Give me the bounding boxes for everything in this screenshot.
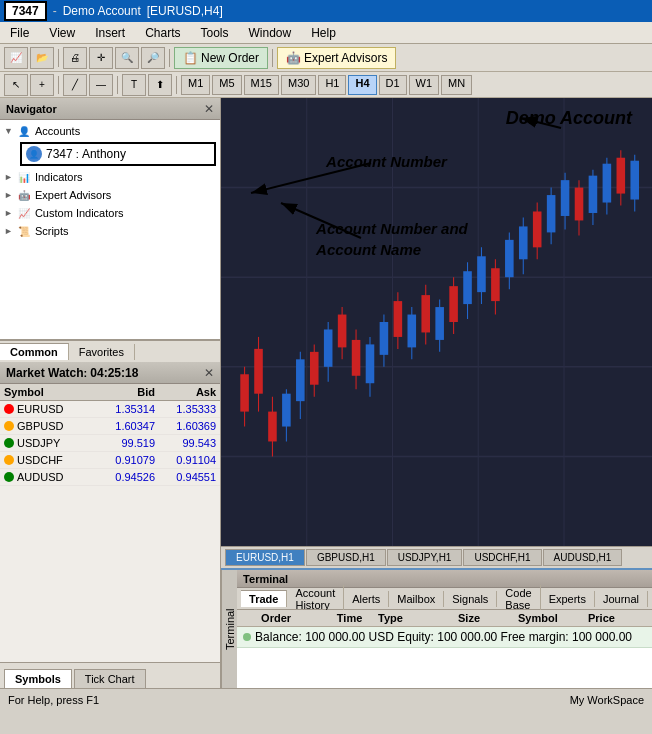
- navigator-title: Navigator: [6, 103, 57, 115]
- line-tool[interactable]: ╱: [63, 74, 87, 96]
- menu-help[interactable]: Help: [301, 24, 346, 42]
- navigator-close[interactable]: ✕: [204, 102, 214, 116]
- svg-rect-18: [296, 359, 305, 401]
- svg-rect-50: [519, 226, 528, 259]
- market-watch-header: Market Watch: 04:25:18 ✕: [0, 362, 220, 384]
- expert-advisors-button[interactable]: 🤖 Expert Advisors: [277, 47, 396, 69]
- main-content: Navigator ✕ ▼ 👤 Accounts 👤 7347 : Anthon…: [0, 98, 652, 688]
- mw-row[interactable]: GBPUSD 1.60347 1.60369: [0, 418, 220, 435]
- new-order-button[interactable]: 📋 New Order: [174, 47, 268, 69]
- nav-accounts-root[interactable]: ▼ 👤 Accounts: [0, 122, 220, 140]
- menu-file[interactable]: File: [0, 24, 39, 42]
- mw-row[interactable]: AUDUSD 0.94526 0.94551: [0, 469, 220, 486]
- svg-rect-10: [240, 374, 249, 411]
- nav-tab-common[interactable]: Common: [0, 343, 69, 360]
- col-price: Price: [588, 612, 648, 624]
- zoom-out-button[interactable]: 🔎: [141, 47, 165, 69]
- menu-insert[interactable]: Insert: [85, 24, 135, 42]
- svg-rect-64: [617, 158, 626, 194]
- chart-tab-4[interactable]: AUDUSD,H1: [543, 549, 623, 566]
- menu-window[interactable]: Window: [239, 24, 302, 42]
- svg-rect-56: [561, 180, 570, 216]
- term-tab-signals[interactable]: Signals: [444, 591, 497, 607]
- svg-rect-26: [352, 340, 361, 376]
- tf-d1[interactable]: D1: [379, 75, 407, 95]
- terminal-side-label[interactable]: Terminal: [221, 570, 237, 688]
- chart-area[interactable]: Demo Account Account Number Account Numb…: [221, 98, 652, 546]
- nav-custom[interactable]: ► 📈 Custom Indicators: [0, 204, 220, 222]
- tf-h1[interactable]: H1: [318, 75, 346, 95]
- tf-m30[interactable]: M30: [281, 75, 316, 95]
- mw-tab-tick[interactable]: Tick Chart: [74, 669, 146, 688]
- tf-mn[interactable]: MN: [441, 75, 472, 95]
- term-tab-history[interactable]: Account History: [287, 585, 344, 613]
- toolbar-main: 📈 📂 🖨 ✛ 🔍 🔎 📋 New Order 🤖 Expert Advisor…: [0, 44, 652, 72]
- zoom-in-button[interactable]: 🔍: [115, 47, 139, 69]
- market-watch-title: Market Watch: 04:25:18: [6, 366, 138, 380]
- print-button[interactable]: 🖨: [63, 47, 87, 69]
- svg-rect-42: [463, 271, 472, 304]
- tf-w1[interactable]: W1: [409, 75, 440, 95]
- cursor-tool[interactable]: ↖: [4, 74, 28, 96]
- market-watch-close[interactable]: ✕: [204, 366, 214, 380]
- hline-tool[interactable]: —: [89, 74, 113, 96]
- term-tab-mailbox[interactable]: Mailbox: [389, 591, 444, 607]
- mw-tab-symbols[interactable]: Symbols: [4, 669, 72, 688]
- term-tab-codebase[interactable]: Code Base: [497, 585, 540, 613]
- col-symbol: Symbol: [518, 612, 588, 624]
- svg-rect-60: [589, 176, 598, 213]
- mw-row[interactable]: USDCHF 0.91079 0.91104: [0, 452, 220, 469]
- cross-tool[interactable]: +: [30, 74, 54, 96]
- svg-rect-14: [268, 412, 277, 442]
- experts-icon: 🤖: [16, 187, 32, 203]
- menu-tools[interactable]: Tools: [191, 24, 239, 42]
- term-tab-experts[interactable]: Experts: [541, 591, 595, 607]
- chart-tab-3[interactable]: USDCHF,H1: [463, 549, 541, 566]
- account-highlight-box[interactable]: 👤 7347 : Anthony: [20, 142, 216, 166]
- new-chart-button[interactable]: 📈: [4, 47, 28, 69]
- tf-h4[interactable]: H4: [348, 75, 376, 95]
- nav-scripts[interactable]: ► 📜 Scripts: [0, 222, 220, 240]
- mw-ask-1: 1.60369: [155, 420, 216, 432]
- col-indicator: [241, 612, 261, 624]
- chart-tab-2[interactable]: USDJPY,H1: [387, 549, 463, 566]
- expand-icon-scripts: ►: [4, 226, 13, 236]
- svg-rect-48: [505, 240, 514, 277]
- toolbar-sep-2: [169, 49, 170, 67]
- mw-bid-3: 0.91079: [94, 454, 155, 466]
- arrow-tool[interactable]: ⬆: [148, 74, 172, 96]
- open-button[interactable]: 📂: [30, 47, 54, 69]
- term-tab-trade[interactable]: Trade: [241, 590, 287, 607]
- expert-label: Expert Advisors: [304, 51, 387, 65]
- nav-experts[interactable]: ► 🤖 Expert Advisors: [0, 186, 220, 204]
- tf-m1[interactable]: M1: [181, 75, 210, 95]
- mw-row[interactable]: USDJPY 99.519 99.543: [0, 435, 220, 452]
- term-tab-journal[interactable]: Journal: [595, 591, 648, 607]
- indicators-icon: 📊: [16, 169, 32, 185]
- chart-tab-1[interactable]: GBPUSD,H1: [306, 549, 386, 566]
- toolbar-sep-3: [272, 49, 273, 67]
- balance-row: Balance: 100 000.00 USD Equity: 100 000.…: [237, 627, 652, 648]
- svg-rect-12: [254, 349, 263, 394]
- col-order: Order: [261, 612, 321, 624]
- mw-row[interactable]: EURUSD 1.35314 1.35333: [0, 401, 220, 418]
- expand-icon-accounts: ▼: [4, 126, 13, 136]
- menu-charts[interactable]: Charts: [135, 24, 190, 42]
- term-tab-alerts[interactable]: Alerts: [344, 591, 389, 607]
- nav-indicators[interactable]: ► 📊 Indicators: [0, 168, 220, 186]
- navigator-header: Navigator ✕: [0, 98, 220, 120]
- chart-tabs: EURUSD,H1 GBPUSD,H1 USDJPY,H1 USDCHF,H1 …: [221, 546, 652, 568]
- mw-ask-0: 1.35333: [155, 403, 216, 415]
- sym-dot-0: [4, 404, 14, 414]
- svg-rect-22: [324, 329, 333, 366]
- nav-tab-favorites[interactable]: Favorites: [69, 344, 135, 360]
- tf-m5[interactable]: M5: [212, 75, 241, 95]
- tf-m15[interactable]: M15: [244, 75, 279, 95]
- text-tool[interactable]: T: [122, 74, 146, 96]
- expand-icon-experts: ►: [4, 190, 13, 200]
- crosshair-button[interactable]: ✛: [89, 47, 113, 69]
- terminal: Terminal Terminal Trade Account History …: [221, 568, 652, 688]
- chart-tab-0[interactable]: EURUSD,H1: [225, 549, 305, 566]
- menu-view[interactable]: View: [39, 24, 85, 42]
- mw-symbol-0: EURUSD: [4, 403, 94, 415]
